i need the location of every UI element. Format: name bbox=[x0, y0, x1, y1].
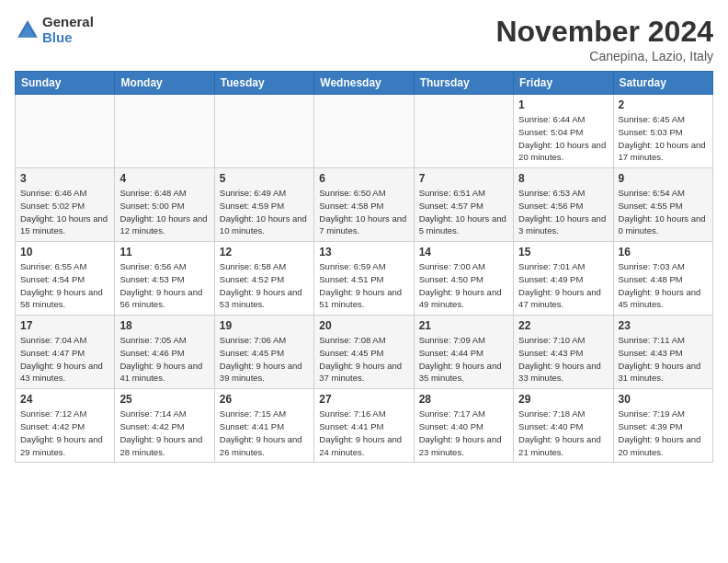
week-row-1: 1Sunrise: 6:44 AM Sunset: 5:04 PM Daylig… bbox=[16, 95, 713, 168]
page: General Blue November 2024 Canepina, Laz… bbox=[0, 0, 728, 470]
calendar-cell: 18Sunrise: 7:05 AM Sunset: 4:46 PM Dayli… bbox=[115, 316, 214, 389]
calendar-cell: 19Sunrise: 7:06 AM Sunset: 4:45 PM Dayli… bbox=[214, 316, 313, 389]
calendar-cell: 6Sunrise: 6:50 AM Sunset: 4:58 PM Daylig… bbox=[314, 168, 414, 242]
day-info: Sunrise: 7:11 AM Sunset: 4:43 PM Dayligh… bbox=[619, 334, 708, 385]
logo-text-blue: Blue bbox=[42, 30, 94, 46]
day-info: Sunrise: 7:16 AM Sunset: 4:41 PM Dayligh… bbox=[319, 408, 408, 458]
weekday-header-wednesday: Wednesday bbox=[314, 72, 414, 95]
day-info: Sunrise: 7:14 AM Sunset: 4:42 PM Dayligh… bbox=[119, 408, 209, 458]
day-number: 13 bbox=[319, 246, 408, 259]
weekday-header-monday: Monday bbox=[115, 72, 214, 95]
calendar-cell: 9Sunrise: 6:54 AM Sunset: 4:55 PM Daylig… bbox=[613, 168, 712, 242]
day-number: 19 bbox=[220, 319, 309, 332]
week-row-5: 24Sunrise: 7:12 AM Sunset: 4:42 PM Dayli… bbox=[16, 389, 713, 463]
day-number: 27 bbox=[319, 393, 408, 406]
calendar-cell: 17Sunrise: 7:04 AM Sunset: 4:47 PM Dayli… bbox=[16, 316, 115, 389]
calendar-cell: 14Sunrise: 7:00 AM Sunset: 4:50 PM Dayli… bbox=[414, 242, 513, 316]
calendar-cell: 30Sunrise: 7:19 AM Sunset: 4:39 PM Dayli… bbox=[613, 389, 712, 463]
calendar-cell: 20Sunrise: 7:08 AM Sunset: 4:45 PM Dayli… bbox=[314, 316, 414, 389]
day-number: 18 bbox=[119, 319, 209, 332]
calendar-cell bbox=[115, 95, 214, 168]
header-row: General Blue November 2024 Canepina, Laz… bbox=[15, 15, 713, 63]
calendar-cell: 11Sunrise: 6:56 AM Sunset: 4:53 PM Dayli… bbox=[115, 242, 214, 316]
day-info: Sunrise: 7:09 AM Sunset: 4:44 PM Dayligh… bbox=[419, 334, 508, 385]
day-info: Sunrise: 7:03 AM Sunset: 4:48 PM Dayligh… bbox=[619, 260, 708, 311]
calendar-cell bbox=[214, 95, 313, 168]
calendar-cell bbox=[16, 95, 115, 168]
day-info: Sunrise: 7:18 AM Sunset: 4:40 PM Dayligh… bbox=[518, 408, 608, 458]
weekday-header-thursday: Thursday bbox=[414, 72, 513, 95]
day-number: 22 bbox=[518, 319, 608, 332]
title-block: November 2024 Canepina, Lazio, Italy bbox=[495, 15, 713, 63]
day-number: 16 bbox=[619, 246, 708, 259]
day-number: 1 bbox=[518, 98, 608, 111]
day-number: 26 bbox=[220, 393, 309, 406]
day-number: 17 bbox=[20, 319, 109, 332]
day-info: Sunrise: 7:17 AM Sunset: 4:40 PM Dayligh… bbox=[419, 408, 508, 458]
day-info: Sunrise: 7:19 AM Sunset: 4:39 PM Dayligh… bbox=[619, 408, 708, 458]
weekday-header-saturday: Saturday bbox=[613, 72, 712, 95]
calendar-cell: 5Sunrise: 6:49 AM Sunset: 4:59 PM Daylig… bbox=[214, 168, 313, 242]
calendar-cell: 16Sunrise: 7:03 AM Sunset: 4:48 PM Dayli… bbox=[613, 242, 712, 316]
calendar-cell: 22Sunrise: 7:10 AM Sunset: 4:43 PM Dayli… bbox=[514, 316, 613, 389]
day-number: 3 bbox=[20, 172, 109, 185]
day-number: 29 bbox=[518, 393, 608, 406]
day-info: Sunrise: 7:04 AM Sunset: 4:47 PM Dayligh… bbox=[20, 334, 109, 385]
day-number: 10 bbox=[20, 246, 109, 259]
day-info: Sunrise: 6:45 AM Sunset: 5:03 PM Dayligh… bbox=[619, 113, 708, 164]
day-number: 23 bbox=[619, 319, 708, 332]
weekday-header-row: SundayMondayTuesdayWednesdayThursdayFrid… bbox=[16, 72, 713, 95]
day-number: 30 bbox=[619, 393, 708, 406]
calendar-cell: 1Sunrise: 6:44 AM Sunset: 5:04 PM Daylig… bbox=[514, 95, 613, 168]
location-subtitle: Canepina, Lazio, Italy bbox=[495, 49, 713, 63]
day-info: Sunrise: 6:53 AM Sunset: 4:56 PM Dayligh… bbox=[518, 187, 608, 237]
day-info: Sunrise: 7:08 AM Sunset: 4:45 PM Dayligh… bbox=[319, 334, 408, 385]
calendar-cell: 23Sunrise: 7:11 AM Sunset: 4:43 PM Dayli… bbox=[613, 316, 712, 389]
day-number: 20 bbox=[319, 319, 408, 332]
calendar-cell: 27Sunrise: 7:16 AM Sunset: 4:41 PM Dayli… bbox=[314, 389, 414, 463]
day-info: Sunrise: 6:58 AM Sunset: 4:52 PM Dayligh… bbox=[220, 260, 309, 311]
month-title: November 2024 bbox=[495, 15, 713, 49]
weekday-header-friday: Friday bbox=[514, 72, 613, 95]
week-row-4: 17Sunrise: 7:04 AM Sunset: 4:47 PM Dayli… bbox=[16, 316, 713, 389]
day-number: 28 bbox=[419, 393, 508, 406]
day-info: Sunrise: 6:50 AM Sunset: 4:58 PM Dayligh… bbox=[319, 187, 408, 237]
day-info: Sunrise: 6:49 AM Sunset: 4:59 PM Dayligh… bbox=[220, 187, 309, 237]
day-info: Sunrise: 6:55 AM Sunset: 4:54 PM Dayligh… bbox=[20, 260, 109, 311]
day-info: Sunrise: 7:00 AM Sunset: 4:50 PM Dayligh… bbox=[419, 260, 508, 311]
day-info: Sunrise: 6:51 AM Sunset: 4:57 PM Dayligh… bbox=[419, 187, 508, 237]
calendar-cell: 21Sunrise: 7:09 AM Sunset: 4:44 PM Dayli… bbox=[414, 316, 513, 389]
calendar-cell: 7Sunrise: 6:51 AM Sunset: 4:57 PM Daylig… bbox=[414, 168, 513, 242]
day-info: Sunrise: 7:10 AM Sunset: 4:43 PM Dayligh… bbox=[518, 334, 608, 385]
day-info: Sunrise: 7:01 AM Sunset: 4:49 PM Dayligh… bbox=[518, 260, 608, 311]
calendar-cell bbox=[414, 95, 513, 168]
day-info: Sunrise: 7:05 AM Sunset: 4:46 PM Dayligh… bbox=[119, 334, 209, 385]
day-info: Sunrise: 6:44 AM Sunset: 5:04 PM Dayligh… bbox=[518, 113, 608, 164]
day-number: 21 bbox=[419, 319, 508, 332]
calendar-table: SundayMondayTuesdayWednesdayThursdayFrid… bbox=[15, 71, 713, 463]
day-number: 4 bbox=[119, 172, 209, 185]
day-number: 14 bbox=[419, 246, 508, 259]
weekday-header-sunday: Sunday bbox=[16, 72, 115, 95]
calendar-cell: 3Sunrise: 6:46 AM Sunset: 5:02 PM Daylig… bbox=[16, 168, 115, 242]
logo-icon bbox=[15, 17, 40, 43]
day-info: Sunrise: 6:56 AM Sunset: 4:53 PM Dayligh… bbox=[119, 260, 209, 311]
day-number: 7 bbox=[419, 172, 508, 185]
calendar-cell: 24Sunrise: 7:12 AM Sunset: 4:42 PM Dayli… bbox=[16, 389, 115, 463]
logo-text-general: General bbox=[42, 15, 94, 30]
calendar-cell: 25Sunrise: 7:14 AM Sunset: 4:42 PM Dayli… bbox=[115, 389, 214, 463]
calendar-cell: 13Sunrise: 6:59 AM Sunset: 4:51 PM Dayli… bbox=[314, 242, 414, 316]
calendar-cell: 12Sunrise: 6:58 AM Sunset: 4:52 PM Dayli… bbox=[214, 242, 313, 316]
weekday-header-tuesday: Tuesday bbox=[214, 72, 313, 95]
calendar-cell: 8Sunrise: 6:53 AM Sunset: 4:56 PM Daylig… bbox=[514, 168, 613, 242]
day-number: 24 bbox=[20, 393, 109, 406]
day-number: 2 bbox=[619, 98, 708, 111]
day-number: 9 bbox=[619, 172, 708, 185]
day-info: Sunrise: 6:54 AM Sunset: 4:55 PM Dayligh… bbox=[619, 187, 708, 237]
calendar-cell bbox=[314, 95, 414, 168]
week-row-2: 3Sunrise: 6:46 AM Sunset: 5:02 PM Daylig… bbox=[16, 168, 713, 242]
day-info: Sunrise: 7:06 AM Sunset: 4:45 PM Dayligh… bbox=[220, 334, 309, 385]
day-number: 8 bbox=[518, 172, 608, 185]
day-info: Sunrise: 6:59 AM Sunset: 4:51 PM Dayligh… bbox=[319, 260, 408, 311]
day-number: 25 bbox=[119, 393, 209, 406]
